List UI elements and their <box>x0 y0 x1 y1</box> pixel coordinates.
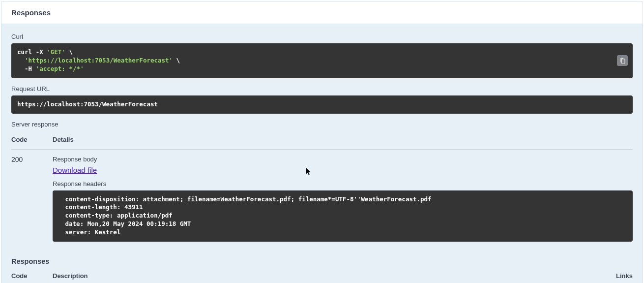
curl-code-block: curl -X 'GET' \ 'https://localhost:7053/… <box>11 43 633 78</box>
status-code: 200 <box>11 156 53 163</box>
col-header-links: Links <box>588 272 633 280</box>
responses-spec-table: Code Description Links 200 Success No li… <box>11 267 633 283</box>
server-response-table: Code Details 200 Response body Download … <box>11 131 633 255</box>
col-header-details: Details <box>53 136 633 143</box>
response-body-label: Response body <box>53 156 633 163</box>
copy-curl-button[interactable] <box>617 55 628 66</box>
request-url-label: Request URL <box>11 85 633 93</box>
request-url-block: https://localhost:7053/WeatherForecast <box>11 95 633 114</box>
clipboard-icon <box>619 58 626 64</box>
responses-spec-label: Responses <box>11 257 633 265</box>
col-header-code2: Code <box>11 272 53 280</box>
response-headers-label: Response headers <box>53 180 633 188</box>
responses-title: Responses <box>11 8 633 17</box>
curl-label: Curl <box>11 33 633 40</box>
response-headers-block: content-disposition: attachment; filenam… <box>53 190 633 242</box>
responses-header: Responses <box>1 1 643 24</box>
download-file-link[interactable]: Download file <box>53 166 97 174</box>
table-row: 200 Response body Download file Response… <box>11 150 633 255</box>
col-header-code: Code <box>11 136 53 143</box>
col-header-description: Description <box>53 272 588 280</box>
server-response-label: Server response <box>11 121 633 128</box>
